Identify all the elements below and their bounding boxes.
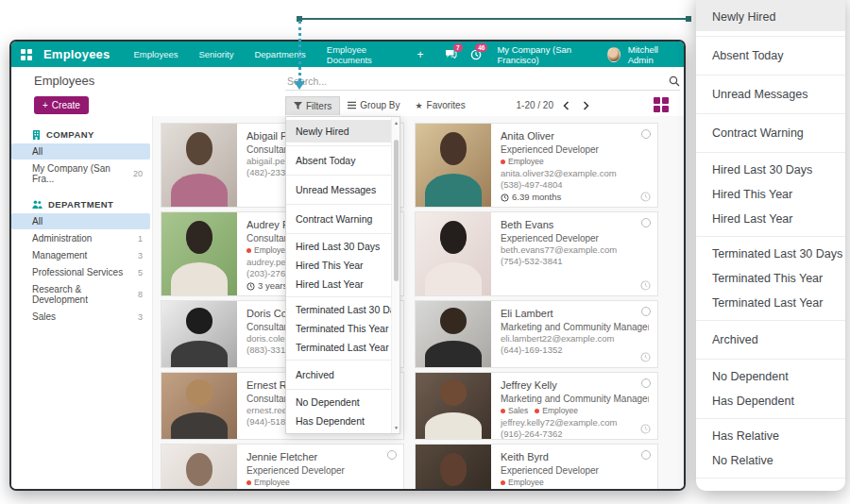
zoom-option-hired-this-year[interactable]: Hired This Year [696, 182, 845, 207]
kanban-state-icon[interactable] [641, 218, 651, 227]
kanban-state-icon[interactable] [387, 450, 397, 460]
filter-option-no-dependent[interactable]: No Dependent [286, 393, 391, 412]
user-menu[interactable]: Mitchell Admin [628, 44, 674, 65]
sidebar-item-management[interactable]: Management3 [11, 247, 150, 263]
scroll-down-icon[interactable]: ▼ [392, 425, 400, 430]
zoom-option-no-dependent[interactable]: No Dependent [696, 364, 845, 389]
kanban-state-icon[interactable] [641, 378, 651, 388]
favorites-button[interactable]: ★ Favorites [407, 96, 472, 114]
dropdown-scrollbar[interactable]: ▲ ▼ [391, 117, 400, 433]
menu-employees[interactable]: Employees [127, 49, 184, 59]
zoom-option-no-relative[interactable]: No Relative [696, 448, 845, 473]
messages-icon[interactable]: 7 [445, 48, 457, 61]
employee-tag[interactable]: Employee [535, 406, 578, 416]
employee-phone[interactable]: (538)-497-4804 [501, 179, 649, 192]
plus-icon[interactable]: + [412, 48, 430, 61]
filter-option-hired-this-year[interactable]: Hired This Year [286, 256, 391, 275]
employee-tag[interactable]: Sales [501, 406, 528, 416]
filter-option-unread-messages[interactable]: Unread Messages [286, 178, 391, 201]
activity-clock-icon[interactable] [640, 280, 651, 291]
employee-email[interactable]: anita.oliver32@example.com [501, 168, 649, 180]
filter-option-hired-last-year[interactable]: Hired Last Year [286, 275, 391, 294]
employee-tag[interactable]: Employee [246, 478, 290, 488]
employee-tag[interactable]: Employee [246, 245, 290, 256]
employee-email[interactable]: eli.lambert22@example.com [501, 333, 649, 345]
employee-card[interactable]: Eli Lambert Marketing and Community Mana… [415, 300, 658, 368]
apps-grid-icon[interactable] [21, 49, 32, 60]
employee-email[interactable]: jeffrey.kelly72@example.com [501, 417, 649, 429]
sidebar-item-research-development[interactable]: Research & Development8 [11, 281, 150, 308]
sidebar-item-administration[interactable]: Administration1 [11, 230, 150, 246]
filter-option-terminated-this-year[interactable]: Terminated This Year [286, 319, 391, 338]
employee-email[interactable]: jennie.fletcher74@example.com [246, 489, 395, 491]
zoom-option-unread-messages[interactable]: Unread Messages [696, 80, 845, 109]
scrollbar-thumb[interactable] [394, 140, 399, 281]
search-input[interactable] [285, 73, 669, 90]
group-by-button[interactable]: Group By [340, 96, 407, 114]
create-button[interactable]: +Create [34, 96, 89, 114]
sidebar-item-company-all[interactable]: All [11, 143, 150, 160]
search-icon[interactable] [669, 76, 680, 87]
kanban-state-icon[interactable] [641, 450, 651, 460]
zoom-option-terminated-last-30-days[interactable]: Terminated Last 30 Days [696, 242, 845, 266]
activity-clock-icon[interactable] [640, 424, 651, 434]
zoom-option-contract-warning[interactable]: Contract Warning [696, 119, 845, 147]
zoom-option-has-dependent[interactable]: Has Dependent [696, 389, 845, 413]
menu-seniority[interactable]: Seniority [192, 49, 240, 59]
filter-option-contract-warning[interactable]: Contract Warning [286, 208, 391, 230]
employee-card[interactable]: Jeffrey Kelly Marketing and Community Ma… [415, 372, 658, 440]
zoom-option-newly-hired[interactable]: Newly Hired [696, 0, 845, 31]
employee-job-title: Experienced Developer [501, 464, 649, 477]
employee-card[interactable]: Beth Evans Experienced Developer beth.ev… [415, 211, 658, 296]
pager-next-icon[interactable] [583, 101, 589, 110]
sidebar-item-my-company[interactable]: My Company (San Fra...20 [11, 160, 150, 187]
employee-photo [162, 445, 237, 491]
employee-name: Eli Lambert [501, 307, 649, 321]
employee-seniority: 6.39 months [501, 192, 649, 204]
menu-departments[interactable]: Departments [247, 49, 312, 59]
employee-tag[interactable]: Employee [501, 157, 544, 167]
employee-phone[interactable]: (916)-264-7362 [501, 428, 649, 440]
filter-option-has-dependent[interactable]: Has Dependent [286, 412, 391, 430]
employee-card[interactable]: Keith Byrd Experienced Developer Employe… [415, 444, 658, 491]
filter-option-archived[interactable]: Archived [286, 363, 391, 386]
user-avatar[interactable] [607, 47, 620, 62]
pager-prev-icon[interactable] [563, 101, 570, 110]
zoom-option-terminated-this-year[interactable]: Terminated This Year [696, 266, 845, 291]
zoom-option-archived[interactable]: Archived [696, 326, 845, 354]
sidebar-section-department: DEPARTMENT [11, 199, 152, 213]
star-icon: ★ [415, 101, 422, 110]
company-switcher[interactable]: My Company (San Francisco) [489, 44, 600, 65]
employee-card[interactable]: Jennie Fletcher Experienced Developer Em… [161, 444, 404, 491]
employee-email[interactable]: beth.evans77@example.com [501, 244, 649, 257]
filters-button[interactable]: Filters [285, 96, 340, 115]
employee-card[interactable]: Anita Oliver Experienced Developer Emplo… [415, 123, 658, 208]
employee-email[interactable]: keith.byrd52@example.com [501, 489, 649, 491]
sidebar-item-department-all[interactable]: All [11, 213, 150, 229]
zoom-option-absent-today[interactable]: Absent Today [696, 42, 845, 70]
zoom-option-birthdays-this-week[interactable]: Birthdays this week [696, 483, 845, 491]
scroll-up-icon[interactable]: ▲ [392, 120, 400, 126]
kanban-state-icon[interactable] [641, 307, 651, 316]
filter-option-hired-last-30-days[interactable]: Hired Last 30 Days [286, 237, 391, 256]
zoom-option-hired-last-30-days[interactable]: Hired Last 30 Days [696, 158, 845, 182]
zoom-option-terminated-last-year[interactable]: Terminated Last Year [696, 291, 845, 315]
filter-option-terminated-last-year[interactable]: Terminated Last Year [286, 338, 391, 357]
employee-phone[interactable]: (754)-532-3841 [501, 256, 649, 268]
zoom-option-has-relative[interactable]: Has Relative [696, 424, 845, 448]
kanban-view-icon[interactable] [654, 97, 669, 112]
activity-clock-icon[interactable] [640, 352, 651, 362]
zoom-option-hired-last-year[interactable]: Hired Last Year [696, 207, 845, 231]
filter-option-absent-today[interactable]: Absent Today [286, 149, 391, 172]
kanban-state-icon[interactable] [641, 129, 651, 139]
filter-option-terminated-last-30-days[interactable]: Terminated Last 30 Days [286, 300, 391, 319]
filter-option-newly-hired[interactable]: Newly Hired [286, 120, 391, 143]
sidebar-item-professional-services[interactable]: Professional Services5 [11, 264, 150, 280]
menu-employee-documents[interactable]: Employee Documents [320, 44, 404, 65]
activities-clock-icon[interactable]: 46 [470, 48, 483, 61]
employee-tag[interactable]: Employee [501, 478, 544, 488]
activity-clock-icon[interactable] [640, 192, 651, 202]
employee-phone[interactable]: (644)-169-1352 [501, 344, 649, 357]
app-brand[interactable]: Employees [43, 47, 110, 61]
sidebar-item-sales[interactable]: Sales3 [11, 309, 150, 325]
